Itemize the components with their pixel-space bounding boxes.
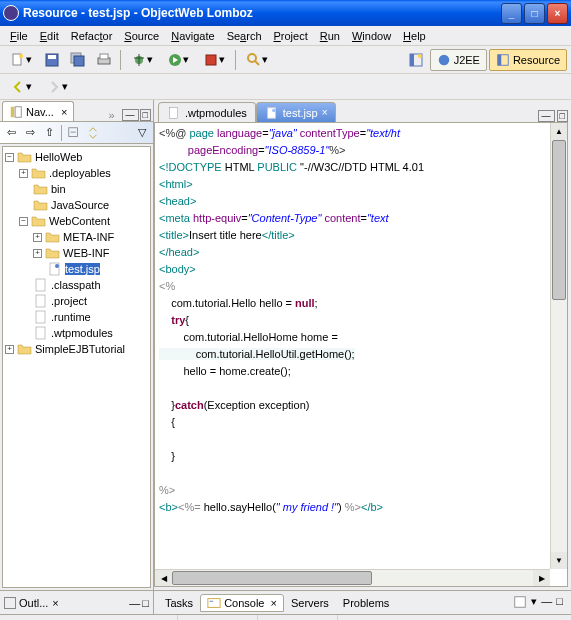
tree-item[interactable]: WEB-INF [63,247,109,259]
view-close-icon[interactable]: × [52,597,58,609]
editor-tab-wtpmodules[interactable]: .wtpmodules [158,102,256,122]
minimize-button[interactable]: _ [501,3,522,24]
view-close-icon[interactable]: × [270,597,276,609]
menu-window[interactable]: Window [346,28,397,44]
perspective-j2ee[interactable]: J2EE [430,49,487,71]
perspective-resource[interactable]: Resource [489,49,567,71]
scroll-thumb[interactable] [172,571,372,585]
tree-item[interactable]: .wtpmodules [51,327,113,339]
tree-item-selected[interactable]: test.jsp [65,263,100,275]
scroll-thumb[interactable] [552,140,566,300]
tree-item[interactable]: SimpleEJBTutorial [35,343,125,355]
expand-icon[interactable]: + [33,249,42,258]
view-minimize-icon[interactable]: — [122,109,139,121]
outline-label: Outl... [19,597,48,609]
new-button[interactable]: ▾ [4,49,38,71]
debug-button[interactable]: ▾ [125,49,159,71]
title-bar: Resource - test.jsp - ObjectWeb Lomboz _… [0,0,571,26]
scroll-down-icon[interactable]: ▼ [551,552,567,569]
menu-search[interactable]: Search [221,28,268,44]
save-button[interactable] [40,49,64,71]
tree-item[interactable]: HelloWeb [35,151,83,163]
editor-minimize-icon[interactable]: — [538,110,555,122]
menu-bar: File Edit Refactor Source Navigate Searc… [0,26,571,46]
navigator-tab[interactable]: Nav... × [2,101,74,121]
navigator-icon [9,105,23,119]
secondary-toolbar: ▾ ▾ [0,74,571,100]
editor-tab-test-jsp[interactable]: test.jsp × [256,102,337,122]
menu-refactor[interactable]: Refactor [65,28,119,44]
nav-back-icon[interactable]: ⇦ [2,124,20,142]
tab-console[interactable]: Console × [200,594,284,612]
open-perspective-button[interactable] [404,49,428,71]
nav-up-icon[interactable]: ⇧ [40,124,58,142]
menu-edit[interactable]: Edit [34,28,65,44]
svg-rect-5 [74,56,84,66]
menu-project[interactable]: Project [268,28,314,44]
tab-servers[interactable]: Servers [284,594,336,612]
view-close-icon[interactable]: × [61,106,67,118]
navigator-tree[interactable]: −HelloWeb +.deployables bin JavaSource −… [2,146,151,588]
close-button[interactable]: × [547,3,568,24]
console-menu-icon[interactable]: ▾ [531,595,537,611]
menu-file[interactable]: File [4,28,34,44]
view-maximize-icon[interactable]: □ [142,597,149,609]
tree-item[interactable]: JavaSource [51,199,109,211]
menu-help[interactable]: Help [397,28,432,44]
editor-content[interactable]: <%@ page language="java" contentType="te… [155,123,550,569]
svg-point-17 [418,54,422,58]
editor-maximize-icon[interactable]: □ [557,110,568,122]
tab-problems[interactable]: Problems [336,594,396,612]
menu-navigate[interactable]: Navigate [165,28,220,44]
menu-source[interactable]: Source [118,28,165,44]
nav-back-button[interactable]: ▾ [4,76,38,98]
tree-item[interactable]: .deployables [49,167,111,179]
menu-run[interactable]: Run [314,28,346,44]
ext-tools-button[interactable]: ▾ [197,49,231,71]
tree-item[interactable]: .runtime [51,311,91,323]
svg-rect-12 [206,55,216,65]
expand-icon[interactable]: + [33,233,42,242]
main-toolbar: ▾ ▾ ▾ ▾ ▾ J2EE Resource [0,46,571,74]
console-icon [207,597,221,609]
maximize-button[interactable]: □ [524,3,545,24]
window-title: Resource - test.jsp - ObjectWeb Lomboz [23,6,501,20]
link-editor-icon[interactable] [84,124,102,142]
code-editor[interactable]: <%@ page language="java" contentType="te… [154,122,568,587]
expand-icon[interactable]: − [5,153,14,162]
horizontal-scrollbar[interactable]: ◀▶ [155,569,550,586]
svg-rect-7 [100,54,108,59]
view-maximize-icon[interactable]: □ [140,109,151,121]
expand-icon[interactable]: + [5,345,14,354]
scroll-left-icon[interactable]: ◀ [155,570,172,586]
editor-area: .wtpmodules test.jsp × — □ <%@ page lang… [154,100,571,590]
tree-item[interactable]: WebContent [49,215,110,227]
run-button[interactable]: ▾ [161,49,195,71]
console-toolbar-icon[interactable] [513,595,527,611]
view-menu-icon[interactable]: ▽ [133,124,151,142]
tree-item[interactable]: .project [51,295,87,307]
tab-overflow[interactable]: » [104,109,119,121]
collapse-all-icon[interactable] [65,124,83,142]
vertical-scrollbar[interactable]: ▲▼ [550,123,567,569]
tree-item[interactable]: bin [51,183,66,195]
navigator-view: Nav... × » — □ ⇦ ⇨ ⇧ ▽ −HelloWeb +.deplo… [0,100,154,590]
tab-close-icon[interactable]: × [322,107,328,118]
expand-icon[interactable]: − [19,217,28,226]
view-minimize-icon[interactable]: — [129,597,140,609]
print-button[interactable] [92,49,116,71]
save-all-button[interactable] [66,49,90,71]
search-button[interactable]: ▾ [240,49,274,71]
tab-tasks[interactable]: Tasks [158,594,200,612]
svg-rect-29 [36,311,45,323]
scroll-up-icon[interactable]: ▲ [551,123,567,140]
tree-item[interactable]: META-INF [63,231,114,243]
tree-item[interactable]: .classpath [51,279,101,291]
outline-view-tab[interactable]: Outl... × — □ [0,591,154,614]
scroll-right-icon[interactable]: ▶ [533,570,550,586]
nav-fwd-icon[interactable]: ⇨ [21,124,39,142]
view-minimize-icon[interactable]: — [541,595,552,611]
expand-icon[interactable]: + [19,169,28,178]
view-maximize-icon[interactable]: □ [556,595,563,611]
nav-forward-button[interactable]: ▾ [40,76,74,98]
